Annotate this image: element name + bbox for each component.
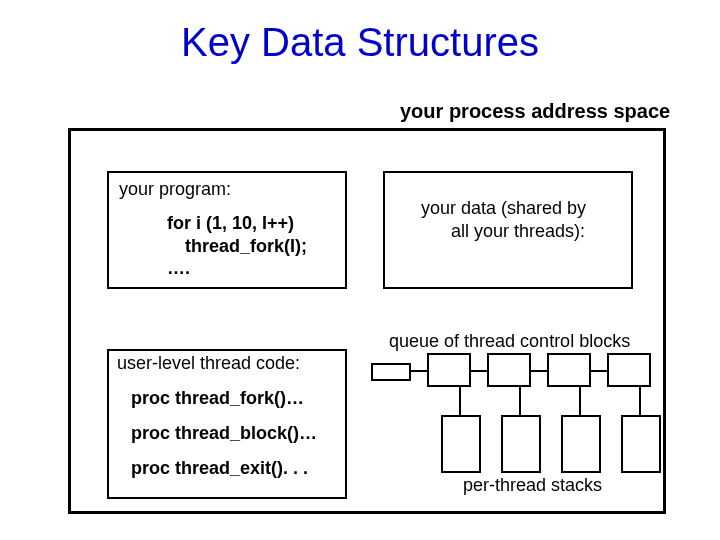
- queue-link: [529, 370, 547, 372]
- tcb-stack-link: [459, 385, 461, 415]
- queue-link: [469, 370, 487, 372]
- data-box: your data (shared by all your threads):: [383, 171, 633, 289]
- program-box: your program: for i (1, 10, I++) thread_…: [107, 171, 347, 289]
- thread-code-label: user-level thread code:: [117, 353, 337, 374]
- thread-code-box: user-level thread code: proc thread_fork…: [107, 349, 347, 499]
- proc-line: proc thread_block()…: [131, 423, 337, 444]
- data-text: your data (shared by: [421, 197, 621, 220]
- program-code: for i (1, 10, I++) thread_fork(I); ….: [167, 212, 335, 280]
- tcb-stack-link: [579, 385, 581, 415]
- tcb-block: [547, 353, 591, 387]
- tcb-block: [607, 353, 651, 387]
- stack-block: [441, 415, 481, 473]
- stack-block: [501, 415, 541, 473]
- tcb-stack-link: [519, 385, 521, 415]
- code-line: thread_fork(I);: [185, 235, 335, 258]
- stacks-label: per-thread stacks: [463, 475, 602, 496]
- queue-head-box: [371, 363, 411, 381]
- queue-label: queue of thread control blocks: [389, 331, 630, 352]
- queue-link: [409, 370, 427, 372]
- stack-block: [621, 415, 661, 473]
- tcb-stack-link: [639, 385, 641, 415]
- code-line: for i (1, 10, I++): [167, 212, 335, 235]
- stack-block: [561, 415, 601, 473]
- data-text: all your threads):: [451, 220, 621, 243]
- proc-line: proc thread_fork()…: [131, 388, 337, 409]
- program-label: your program:: [119, 179, 335, 200]
- address-space-box: your program: for i (1, 10, I++) thread_…: [68, 128, 666, 514]
- slide-title: Key Data Structures: [0, 20, 720, 65]
- queue-link: [589, 370, 607, 372]
- address-space-label: your process address space: [400, 100, 670, 123]
- code-line: ….: [167, 257, 335, 280]
- tcb-block: [487, 353, 531, 387]
- proc-line: proc thread_exit(). . .: [131, 458, 337, 479]
- tcb-block: [427, 353, 471, 387]
